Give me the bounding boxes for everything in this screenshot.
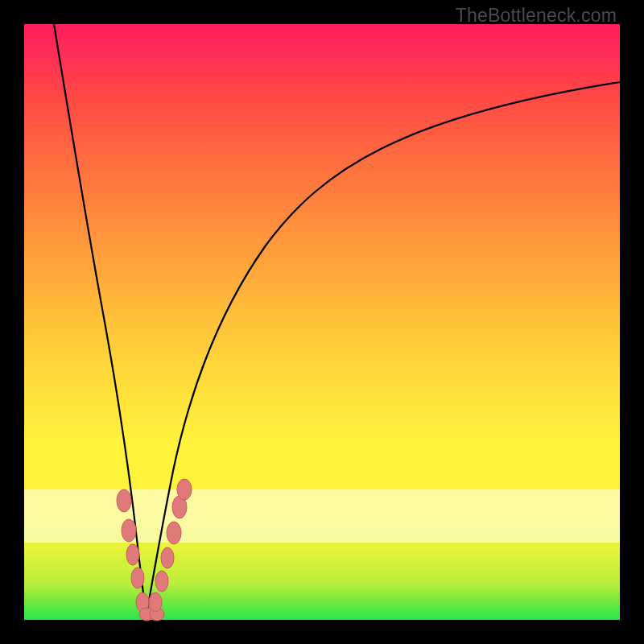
- marker-point: [177, 479, 192, 500]
- marker-group: [117, 479, 192, 621]
- marker-point: [126, 544, 139, 565]
- marker-point: [161, 547, 174, 568]
- chart-frame: TheBottleneck.com: [0, 0, 644, 644]
- marker-point: [155, 571, 168, 592]
- watermark-text: TheBottleneck.com: [456, 5, 617, 27]
- marker-point: [149, 592, 162, 612]
- marker-point: [167, 522, 181, 544]
- curve-layer: [24, 24, 620, 620]
- marker-point: [117, 489, 131, 512]
- marker-point: [131, 568, 144, 588]
- plot-area: [24, 24, 620, 620]
- marker-point: [122, 519, 136, 542]
- curve-right-branch: [147, 82, 620, 614]
